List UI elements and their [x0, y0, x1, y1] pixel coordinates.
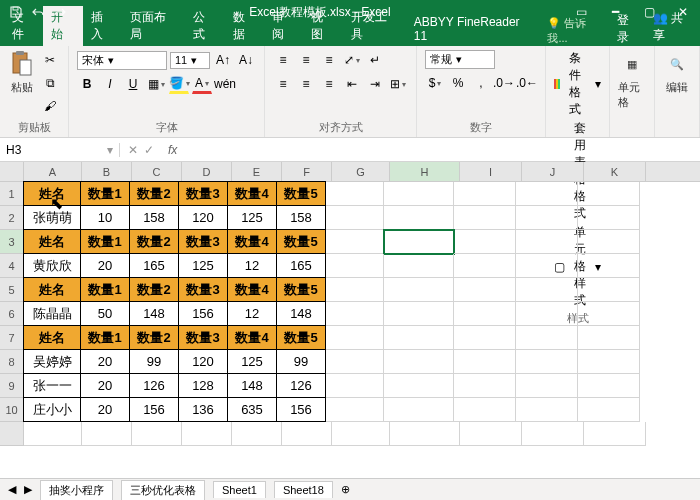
- cell[interactable]: [516, 278, 578, 302]
- cell[interactable]: [578, 278, 640, 302]
- number-format-combo[interactable]: 常规▾: [425, 50, 495, 69]
- cut-icon[interactable]: ✂: [40, 50, 60, 70]
- cell[interactable]: [384, 230, 454, 254]
- cell[interactable]: 数量3: [178, 229, 228, 254]
- cell[interactable]: [132, 422, 182, 446]
- column-header[interactable]: F: [282, 162, 332, 181]
- cell[interactable]: 156: [178, 301, 228, 326]
- align-middle-icon[interactable]: ≡: [296, 50, 316, 70]
- cell[interactable]: [384, 254, 454, 278]
- edit-button[interactable]: 🔍编辑: [663, 50, 691, 95]
- column-header[interactable]: A: [24, 162, 82, 181]
- name-box[interactable]: H3▾: [0, 143, 120, 157]
- row-header[interactable]: [0, 422, 24, 446]
- cell[interactable]: [384, 278, 454, 302]
- cell[interactable]: [82, 422, 132, 446]
- column-header[interactable]: K: [584, 162, 646, 181]
- cell[interactable]: [584, 422, 646, 446]
- cell[interactable]: 数量3: [178, 181, 228, 206]
- column-header[interactable]: I: [460, 162, 522, 181]
- sheet-tab[interactable]: Sheet18: [274, 481, 333, 498]
- cell[interactable]: 陈晶晶: [23, 301, 81, 326]
- decrease-indent-icon[interactable]: ⇤: [342, 74, 362, 94]
- cell[interactable]: [182, 422, 232, 446]
- cell[interactable]: 数量5: [276, 277, 326, 302]
- cell[interactable]: [454, 350, 516, 374]
- tell-me[interactable]: 💡 告诉我...: [541, 16, 611, 46]
- cell[interactable]: [326, 182, 384, 206]
- cell[interactable]: 20: [80, 373, 130, 398]
- increase-indent-icon[interactable]: ⇥: [365, 74, 385, 94]
- font-name-combo[interactable]: 宋体▾: [77, 51, 167, 70]
- cell[interactable]: 数量2: [129, 277, 179, 302]
- tab-dev[interactable]: 开发工具: [343, 6, 406, 46]
- increase-font-icon[interactable]: A↑: [213, 50, 233, 70]
- cell[interactable]: [326, 350, 384, 374]
- cell[interactable]: [326, 326, 384, 350]
- cell[interactable]: [516, 182, 578, 206]
- cell[interactable]: [326, 254, 384, 278]
- cell[interactable]: 数量3: [178, 277, 228, 302]
- cell[interactable]: [454, 182, 516, 206]
- phonetic-button[interactable]: wén: [215, 74, 235, 94]
- tab-view[interactable]: 视图: [303, 6, 342, 46]
- cell[interactable]: [578, 302, 640, 326]
- cell[interactable]: [384, 206, 454, 230]
- cell[interactable]: [516, 254, 578, 278]
- cell[interactable]: 99: [129, 349, 179, 374]
- cell[interactable]: 165: [276, 253, 326, 278]
- sheet-nav-prev-icon[interactable]: ◀: [8, 483, 16, 496]
- undo-icon[interactable]: [30, 4, 46, 20]
- format-painter-icon[interactable]: 🖌: [40, 96, 60, 116]
- cell[interactable]: [578, 182, 640, 206]
- percent-format-icon[interactable]: %: [448, 73, 468, 93]
- paste-button[interactable]: 粘贴: [8, 50, 36, 95]
- orientation-icon[interactable]: ⤢: [342, 50, 362, 70]
- cell[interactable]: [384, 398, 454, 422]
- cell[interactable]: 158: [276, 205, 326, 230]
- select-all-corner[interactable]: [0, 162, 24, 181]
- italic-button[interactable]: I: [100, 74, 120, 94]
- cell[interactable]: [384, 326, 454, 350]
- cell[interactable]: 148: [227, 373, 277, 398]
- cell[interactable]: 10: [80, 205, 130, 230]
- cell[interactable]: [578, 350, 640, 374]
- sheet-tab[interactable]: 抽奖小程序: [40, 480, 113, 500]
- merge-button[interactable]: ⊞: [388, 74, 408, 94]
- cell[interactable]: 数量5: [276, 181, 326, 206]
- cell[interactable]: 数量5: [276, 325, 326, 350]
- cell[interactable]: 156: [129, 397, 179, 422]
- copy-icon[interactable]: ⧉: [40, 73, 60, 93]
- cell[interactable]: 126: [129, 373, 179, 398]
- cell[interactable]: [516, 398, 578, 422]
- cells-button[interactable]: ▦单元格: [618, 50, 646, 110]
- cell[interactable]: [522, 422, 584, 446]
- row-header[interactable]: 8: [0, 350, 24, 374]
- cell[interactable]: [578, 254, 640, 278]
- cell[interactable]: [454, 374, 516, 398]
- tab-formulas[interactable]: 公式: [185, 6, 224, 46]
- cell[interactable]: 数量2: [129, 325, 179, 350]
- cell[interactable]: [326, 374, 384, 398]
- tab-review[interactable]: 审阅: [264, 6, 303, 46]
- underline-button[interactable]: U: [123, 74, 143, 94]
- cell[interactable]: [326, 230, 384, 254]
- cell[interactable]: [454, 302, 516, 326]
- comma-format-icon[interactable]: ,: [471, 73, 491, 93]
- cell[interactable]: 庄小小: [23, 397, 81, 422]
- sheet-tab[interactable]: Sheet1: [213, 481, 266, 498]
- cell[interactable]: [384, 374, 454, 398]
- cell[interactable]: [454, 230, 516, 254]
- cell[interactable]: 12: [227, 253, 277, 278]
- row-header[interactable]: 1: [0, 182, 24, 206]
- sheet-nav-next-icon[interactable]: ▶: [24, 483, 32, 496]
- cell[interactable]: 148: [129, 301, 179, 326]
- redo-icon[interactable]: [52, 4, 68, 20]
- cell[interactable]: 128: [178, 373, 228, 398]
- cell[interactable]: [516, 350, 578, 374]
- cell[interactable]: 136: [178, 397, 228, 422]
- cell[interactable]: [516, 374, 578, 398]
- row-header[interactable]: 6: [0, 302, 24, 326]
- cell[interactable]: 635: [227, 397, 277, 422]
- cell[interactable]: [326, 278, 384, 302]
